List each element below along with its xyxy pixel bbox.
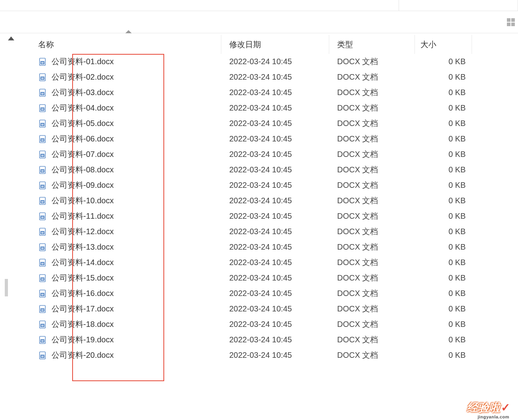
file-name: 公司资料-14.docx: [52, 257, 114, 268]
file-row[interactable]: W 公司资料-20.docx 2022-03-24 10:45 DOCX 文档 …: [22, 347, 518, 363]
svg-text:W: W: [41, 185, 44, 188]
file-type: DOCX 文档: [329, 350, 415, 361]
file-type: DOCX 文档: [329, 257, 415, 268]
file-date: 2022-03-24 10:45: [221, 196, 329, 205]
file-type: DOCX 文档: [329, 180, 415, 191]
file-date: 2022-03-24 10:45: [221, 320, 329, 329]
file-date: 2022-03-24 10:45: [221, 304, 329, 313]
file-size: 0 KB: [415, 73, 472, 82]
file-size: 0 KB: [415, 165, 472, 174]
file-name: 公司资料-04.docx: [52, 103, 114, 113]
file-type: DOCX 文档: [329, 211, 415, 221]
svg-text:W: W: [41, 107, 44, 111]
docx-file-icon: W: [38, 197, 47, 205]
file-size: 0 KB: [415, 351, 472, 360]
file-size: 0 KB: [415, 227, 472, 236]
svg-text:W: W: [41, 277, 44, 281]
file-name: 公司资料-17.docx: [52, 304, 114, 314]
column-header-name[interactable]: 名称: [22, 35, 221, 54]
file-size: 0 KB: [415, 258, 472, 267]
file-row[interactable]: W 公司资料-02.docx 2022-03-24 10:45 DOCX 文档 …: [22, 69, 518, 85]
file-date: 2022-03-24 10:45: [221, 258, 329, 267]
svg-text:W: W: [41, 92, 44, 95]
svg-text:W: W: [41, 123, 44, 126]
file-row[interactable]: W 公司资料-18.docx 2022-03-24 10:45 DOCX 文档 …: [22, 317, 518, 332]
file-date: 2022-03-24 10:45: [221, 335, 329, 344]
file-date: 2022-03-24 10:45: [221, 73, 329, 82]
docx-file-icon: W: [38, 166, 47, 174]
svg-text:W: W: [41, 293, 44, 296]
view-mode-icon[interactable]: [507, 18, 515, 26]
file-row[interactable]: W 公司资料-12.docx 2022-03-24 10:45 DOCX 文档 …: [22, 224, 518, 239]
watermark-text-cn: 经验啦: [467, 400, 500, 415]
file-type: DOCX 文档: [329, 87, 415, 98]
column-header-size[interactable]: 大小: [415, 35, 472, 54]
file-row[interactable]: W 公司资料-10.docx 2022-03-24 10:45 DOCX 文档 …: [22, 193, 518, 208]
file-size: 0 KB: [415, 196, 472, 205]
file-row[interactable]: W 公司资料-01.docx 2022-03-24 10:45 DOCX 文档 …: [22, 54, 518, 69]
svg-text:W: W: [41, 339, 44, 343]
file-size: 0 KB: [415, 134, 472, 143]
column-header-type[interactable]: 类型: [329, 35, 415, 54]
file-row[interactable]: W 公司资料-07.docx 2022-03-24 10:45 DOCX 文档 …: [22, 147, 518, 162]
svg-text:W: W: [41, 231, 44, 235]
svg-text:W: W: [41, 154, 44, 157]
column-header-date[interactable]: 修改日期: [221, 35, 329, 54]
docx-file-icon: W: [38, 336, 47, 344]
file-date: 2022-03-24 10:45: [221, 289, 329, 298]
file-date: 2022-03-24 10:45: [221, 88, 329, 97]
column-header-row: 名称 修改日期 类型 大小: [22, 35, 518, 54]
docx-file-icon: W: [38, 181, 47, 190]
docx-file-icon: W: [38, 227, 47, 236]
file-type: DOCX 文档: [329, 164, 415, 175]
docx-file-icon: W: [38, 88, 47, 97]
file-size: 0 KB: [415, 242, 472, 252]
file-name: 公司资料-06.docx: [52, 134, 114, 144]
svg-text:W: W: [41, 355, 44, 358]
file-name: 公司资料-05.docx: [52, 118, 114, 129]
file-row[interactable]: W 公司资料-03.docx 2022-03-24 10:45 DOCX 文档 …: [22, 85, 518, 100]
file-type: DOCX 文档: [329, 134, 415, 144]
file-row[interactable]: W 公司资料-04.docx 2022-03-24 10:45 DOCX 文档 …: [22, 100, 518, 116]
file-row[interactable]: W 公司资料-17.docx 2022-03-24 10:45 DOCX 文档 …: [22, 301, 518, 317]
file-size: 0 KB: [415, 103, 472, 113]
file-type: DOCX 文档: [329, 195, 415, 206]
file-row[interactable]: W 公司资料-11.docx 2022-03-24 10:45 DOCX 文档 …: [22, 208, 518, 224]
svg-text:W: W: [41, 246, 44, 250]
docx-file-icon: W: [38, 150, 47, 159]
file-size: 0 KB: [415, 88, 472, 97]
file-name: 公司资料-16.docx: [52, 288, 114, 299]
file-date: 2022-03-24 10:45: [221, 103, 329, 113]
file-size: 0 KB: [415, 273, 472, 283]
file-row[interactable]: W 公司资料-13.docx 2022-03-24 10:45 DOCX 文档 …: [22, 239, 518, 255]
file-name: 公司资料-03.docx: [52, 87, 114, 98]
file-name: 公司资料-07.docx: [52, 149, 114, 160]
file-date: 2022-03-24 10:45: [221, 181, 329, 190]
docx-file-icon: W: [38, 73, 47, 82]
file-date: 2022-03-24 10:45: [221, 351, 329, 360]
docx-file-icon: W: [38, 320, 47, 329]
svg-text:W: W: [41, 200, 44, 204]
file-name: 公司资料-18.docx: [52, 319, 114, 330]
file-size: 0 KB: [415, 212, 472, 221]
file-row[interactable]: W 公司资料-16.docx 2022-03-24 10:45 DOCX 文档 …: [22, 286, 518, 301]
top-bar: [0, 0, 518, 11]
file-row[interactable]: W 公司资料-14.docx 2022-03-24 10:45 DOCX 文档 …: [22, 255, 518, 270]
docx-file-icon: W: [38, 119, 47, 128]
scroll-up-icon[interactable]: [8, 36, 14, 40]
file-row[interactable]: W 公司资料-09.docx 2022-03-24 10:45 DOCX 文档 …: [22, 178, 518, 193]
docx-file-icon: W: [38, 289, 47, 298]
file-type: DOCX 文档: [329, 304, 415, 314]
file-name: 公司资料-10.docx: [52, 195, 114, 206]
file-size: 0 KB: [415, 181, 472, 190]
file-row[interactable]: W 公司资料-06.docx 2022-03-24 10:45 DOCX 文档 …: [22, 131, 518, 147]
file-row[interactable]: W 公司资料-15.docx 2022-03-24 10:45 DOCX 文档 …: [22, 270, 518, 286]
file-row[interactable]: W 公司资料-08.docx 2022-03-24 10:45 DOCX 文档 …: [22, 162, 518, 178]
svg-text:W: W: [41, 76, 44, 80]
toolbar: [0, 11, 518, 33]
svg-text:W: W: [41, 169, 44, 173]
file-row[interactable]: W 公司资料-19.docx 2022-03-24 10:45 DOCX 文档 …: [22, 332, 518, 347]
file-row[interactable]: W 公司资料-05.docx 2022-03-24 10:45 DOCX 文档 …: [22, 116, 518, 131]
file-size: 0 KB: [415, 304, 472, 313]
file-name: 公司资料-20.docx: [52, 350, 114, 361]
